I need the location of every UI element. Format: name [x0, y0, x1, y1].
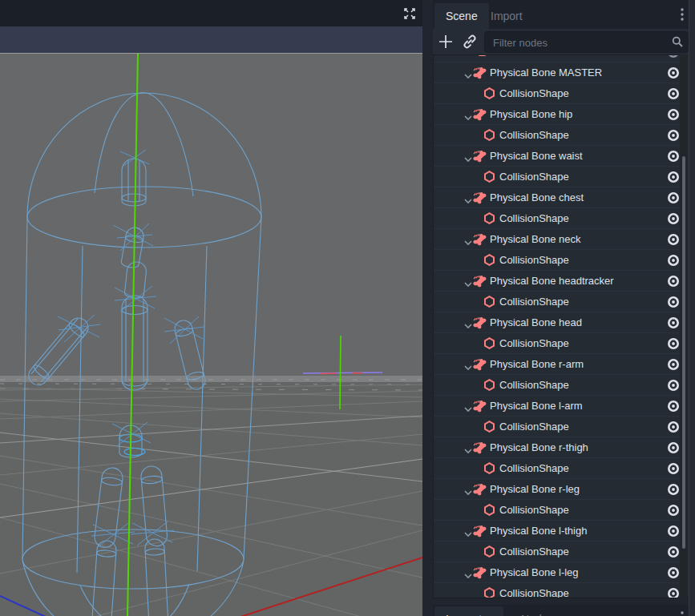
- node-label: CollisionShape: [499, 504, 569, 516]
- visibility-toggle[interactable]: [666, 149, 681, 163]
- visibility-toggle[interactable]: [666, 191, 681, 205]
- chevron-down-icon[interactable]: [463, 360, 473, 368]
- chevron-down-icon[interactable]: [463, 69, 473, 77]
- chevron-down-icon[interactable]: [463, 152, 473, 160]
- chevron-down-icon[interactable]: [463, 569, 473, 577]
- chevron-down-icon[interactable]: [463, 319, 473, 327]
- distraction-free-mode-button[interactable]: [402, 6, 418, 22]
- node-label: Physical Bone chest: [490, 191, 584, 203]
- collision-shape-icon: [483, 336, 496, 350]
- chevron-down-icon: [463, 155, 473, 163]
- node-label: CollisionShape: [499, 212, 569, 224]
- visibility-toggle[interactable]: [666, 211, 681, 226]
- visibility-toggle[interactable]: [666, 378, 681, 393]
- tree-row-root[interactable]: robot: [434, 54, 689, 62]
- visibility-toggle[interactable]: [666, 87, 681, 101]
- visibility-toggle[interactable]: [666, 420, 681, 434]
- tree-row-collision-shape[interactable]: CollisionShape: [434, 583, 689, 598]
- instance-scene-button[interactable]: [460, 32, 479, 51]
- physical-bone-icon: [473, 357, 487, 371]
- tree-row-bone[interactable]: Physical Bone r-leg: [434, 479, 689, 500]
- filter-nodes-input[interactable]: [491, 33, 663, 52]
- visibility-toggle[interactable]: [666, 503, 681, 517]
- tree-row-collision-shape[interactable]: CollisionShape: [434, 375, 689, 396]
- visibility-toggle[interactable]: [666, 545, 681, 559]
- tree-row-bone[interactable]: Physical Bone chest: [434, 187, 689, 208]
- tab-import[interactable]: Import: [479, 3, 534, 29]
- visibility-toggle[interactable]: [666, 461, 681, 476]
- chevron-down-icon[interactable]: [463, 194, 473, 202]
- visibility-toggle[interactable]: [666, 54, 681, 59]
- tree-row-collision-shape[interactable]: CollisionShape: [434, 292, 689, 312]
- chevron-down-icon[interactable]: [463, 236, 473, 244]
- collision-shape-icon: [483, 128, 496, 142]
- tree-row-bone[interactable]: Physical Bone MASTER: [434, 62, 689, 83]
- tree-row-collision-shape[interactable]: CollisionShape: [434, 250, 689, 271]
- node-label: Physical Bone l-thigh: [490, 525, 587, 537]
- tree-row-bone[interactable]: Physical Bone r-arm: [434, 354, 689, 375]
- 3d-viewport[interactable]: [0, 53, 422, 616]
- visibility-toggle[interactable]: [666, 66, 681, 80]
- tree-row-collision-shape[interactable]: CollisionShape: [434, 167, 689, 187]
- add-node-button[interactable]: [436, 32, 455, 51]
- visibility-toggle[interactable]: [666, 295, 681, 309]
- physical-bone-icon: [473, 107, 487, 121]
- tree-row-bone[interactable]: Physical Bone l-thigh: [434, 521, 689, 542]
- tree-row-collision-shape[interactable]: CollisionShape: [434, 125, 689, 146]
- eye-icon: [666, 545, 681, 559]
- eye-icon: [666, 66, 681, 80]
- physical-bone-icon: [473, 441, 487, 454]
- tree-row-bone[interactable]: Physical Bone hip: [434, 104, 689, 125]
- node-label: Physical Bone neck: [490, 233, 580, 245]
- tree-row-collision-shape[interactable]: CollisionShape: [434, 500, 689, 521]
- tree-row-collision-shape[interactable]: CollisionShape: [434, 458, 689, 479]
- visibility-toggle[interactable]: [666, 107, 681, 122]
- chevron-down-icon[interactable]: [463, 402, 473, 410]
- visibility-toggle[interactable]: [666, 128, 681, 143]
- visibility-toggle[interactable]: [666, 566, 681, 580]
- eye-icon: [666, 399, 681, 413]
- tree-row-collision-shape[interactable]: CollisionShape: [434, 83, 689, 104]
- editor-toolbar-strip: [0, 26, 422, 54]
- collision-shape-icon: [483, 545, 496, 558]
- tree-row-bone[interactable]: Physical Bone r-thigh: [434, 437, 689, 458]
- scrollbar-thumb[interactable]: [682, 156, 685, 549]
- visibility-toggle[interactable]: [666, 586, 681, 598]
- tree-row-collision-shape[interactable]: CollisionShape: [434, 208, 689, 229]
- chevron-down-icon[interactable]: [463, 444, 473, 452]
- eye-icon: [666, 253, 681, 268]
- visibility-toggle[interactable]: [666, 253, 681, 268]
- chevron-down-icon[interactable]: [463, 277, 473, 285]
- tab-node[interactable]: Node: [510, 606, 559, 616]
- node-label: CollisionShape: [499, 587, 569, 598]
- chevron-down-icon[interactable]: [463, 527, 473, 535]
- tree-row-collision-shape[interactable]: CollisionShape: [434, 417, 689, 437]
- tree-row-collision-shape[interactable]: CollisionShape: [434, 333, 689, 354]
- visibility-toggle[interactable]: [666, 524, 681, 538]
- visibility-toggle[interactable]: [666, 316, 681, 330]
- node-label: CollisionShape: [499, 254, 569, 266]
- visibility-toggle[interactable]: [666, 232, 681, 247]
- visibility-toggle[interactable]: [666, 336, 681, 351]
- visibility-toggle[interactable]: [666, 399, 681, 413]
- tree-row-bone[interactable]: Physical Bone headtracker: [434, 271, 689, 292]
- bottom-dock-menu-button[interactable]: [676, 608, 689, 616]
- visibility-toggle[interactable]: [666, 482, 681, 497]
- visibility-toggle[interactable]: [666, 441, 681, 455]
- chevron-down-icon[interactable]: [463, 485, 473, 493]
- chevron-down-icon[interactable]: [463, 111, 473, 119]
- tab-inspector[interactable]: Inspector: [434, 606, 503, 616]
- visibility-toggle[interactable]: [666, 274, 681, 288]
- tree-row-bone[interactable]: Physical Bone head: [434, 312, 689, 333]
- dock-menu-button[interactable]: [676, 5, 689, 24]
- scene-tree-scrollbar[interactable]: [680, 54, 688, 598]
- expand-arrows-icon: [402, 6, 418, 22]
- visibility-toggle[interactable]: [666, 357, 681, 372]
- tree-row-collision-shape[interactable]: CollisionShape: [434, 542, 689, 562]
- node-label: robot: [492, 54, 516, 58]
- tree-row-bone[interactable]: Physical Bone waist: [434, 146, 689, 167]
- visibility-toggle[interactable]: [666, 170, 681, 184]
- tree-row-bone[interactable]: Physical Bone l-arm: [434, 396, 689, 417]
- tree-row-bone[interactable]: Physical Bone neck: [434, 229, 689, 250]
- tree-row-bone[interactable]: Physical Bone l-leg: [434, 562, 689, 583]
